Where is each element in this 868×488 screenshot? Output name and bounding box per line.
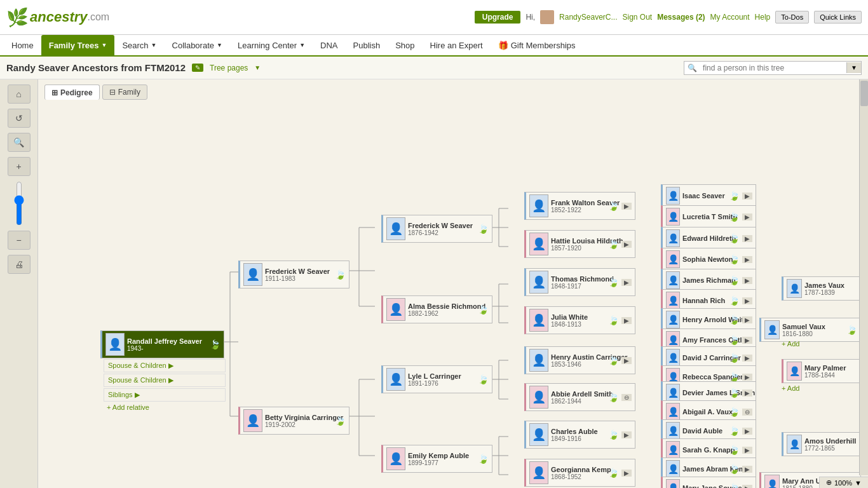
home-tool-button[interactable]: ⌂: [8, 85, 31, 104]
expand-sophia[interactable]: ▶: [742, 256, 752, 263]
expand-rebecca[interactable]: ▶: [742, 374, 752, 381]
tab-family[interactable]: ⊟ Family: [102, 85, 147, 100]
spouse-children-link-1[interactable]: Spouse & Children ▶: [104, 359, 226, 372]
person-georgianna[interactable]: 👤 Georgianna Kemp 1868-1952 🍃 ▶: [524, 459, 635, 487]
person-amos[interactable]: 👤 Amos Underhill 1772-1865 🍃: [782, 432, 868, 456]
person-alma[interactable]: 👤 Alma Bessie Richmond 1882-1962 🍃: [381, 295, 492, 323]
expand-abbie[interactable]: ⊖: [621, 394, 632, 401]
zoom-in-button[interactable]: +: [8, 157, 31, 176]
username-link[interactable]: RandySeaverC...: [559, 13, 617, 22]
leaf-icon-randall: 🍃: [210, 339, 220, 349]
person-henry-austin[interactable]: 👤 Henry Austin Carringer 1853-1946 🍃 ▶: [524, 346, 635, 374]
search-tree-dropdown[interactable]: ▼: [846, 62, 861, 73]
expand-mary-jane[interactable]: ▶: [742, 485, 752, 489]
person-james-rich[interactable]: 👤 James Richman 🍃 ▶: [661, 269, 756, 292]
tab-pedigree[interactable]: ⊞ Pedigree: [44, 85, 100, 100]
person-henry-arnold[interactable]: 👤 Henry Arnold White 🍃 ▶: [661, 308, 756, 331]
nav-learning-center[interactable]: Learning Center ▼: [230, 35, 313, 55]
person-thomas[interactable]: 👤 Thomas Richmond 1848-1917 🍃 ▶: [524, 268, 635, 296]
nav-search[interactable]: Search ▼: [114, 35, 164, 55]
expand-david-c[interactable]: ▶: [742, 355, 752, 362]
zoom-slider[interactable]: [14, 181, 24, 226]
expand-lucretia[interactable]: ▶: [742, 214, 752, 220]
person-frank[interactable]: 👤 Frank Walton Seaver 1852-1922 🍃 ▶: [524, 192, 635, 220]
person-isaac[interactable]: 👤 Isaac Seaver 🍃 ▶: [661, 184, 756, 207]
person-abbie[interactable]: 👤 Abbie Ardell Smith 1862-1944 🍃 ⊖: [524, 383, 635, 411]
leaf-david-c: 🍃: [729, 353, 740, 363]
person-mary-jane[interactable]: 👤 Mary Jane Sovereen 🍃 ▶: [661, 477, 756, 488]
nav-hire-expert[interactable]: Hire an Expert: [423, 35, 491, 55]
avatar-fws1: 👤: [386, 217, 405, 240]
expand-henry-arnold[interactable]: ▶: [742, 316, 752, 323]
expand-frank[interactable]: ▶: [621, 203, 632, 210]
add-vaux-parent-1[interactable]: + Add: [782, 340, 799, 348]
nav-publish[interactable]: Publish: [346, 35, 388, 55]
scrollbar-track[interactable]: [859, 79, 868, 475]
name-james-vaux: James Vaux: [804, 281, 866, 289]
name-amy: Amy Frances Oatley: [682, 336, 726, 344]
search-tool-button[interactable]: 🔍: [8, 133, 31, 152]
leaf-david-a: 🍃: [729, 426, 740, 436]
dates-amos: 1772-1865: [804, 445, 866, 452]
person-sophia[interactable]: 👤 Sophia Newton 🍃 ▶: [661, 248, 756, 271]
expand-hannah-rich[interactable]: ▶: [742, 297, 752, 304]
expand-james-k[interactable]: ▶: [742, 466, 752, 473]
my-account-link[interactable]: My Account: [710, 13, 750, 22]
avatar-abbie: 👤: [529, 386, 548, 409]
refresh-tool-button[interactable]: ↺: [8, 109, 31, 128]
avatar-samuel-vaux: 👤: [764, 320, 780, 339]
person-edward[interactable]: 👤 Edward Hildreth 🍃 ▶: [661, 227, 756, 250]
expand-devier[interactable]: ▶: [742, 390, 752, 396]
zoom-out-button[interactable]: −: [8, 231, 31, 250]
expand-james-rich[interactable]: ▶: [742, 277, 752, 284]
sign-out-link[interactable]: Sign Out: [623, 13, 653, 22]
expand-thomas[interactable]: ▶: [621, 279, 632, 286]
upgrade-button[interactable]: Upgrade: [475, 11, 521, 24]
tree-edit-icon[interactable]: ✎: [192, 64, 203, 72]
expand-henry-austin[interactable]: ▶: [621, 357, 632, 364]
tree-area[interactable]: ⊞ Pedigree ⊟ Family: [38, 79, 868, 488]
expand-amy[interactable]: ▶: [742, 337, 752, 344]
add-vaux-parent-2[interactable]: + Add: [782, 384, 799, 392]
person-lyle[interactable]: 👤 Lyle L Carringer 1891-1976 🍃: [381, 365, 492, 393]
print-button[interactable]: 🖨: [8, 255, 31, 274]
person-lucretia[interactable]: 👤 Lucretia T Smith 🍃 ▶: [661, 205, 756, 228]
person-samuel-vaux[interactable]: 👤 Samuel Vaux 1816-1880 🍃: [759, 318, 861, 342]
messages-link[interactable]: Messages (2): [657, 13, 705, 22]
nav-shop[interactable]: Shop: [388, 35, 422, 55]
expand-georgianna[interactable]: ▶: [621, 470, 632, 477]
nav-collaborate[interactable]: Collaborate ▼: [165, 35, 230, 55]
expand-hattie[interactable]: ▶: [621, 241, 632, 248]
siblings-link[interactable]: Siblings ▶: [104, 388, 226, 402]
nav-gift[interactable]: 🎁 Gift Memberships: [491, 35, 583, 55]
person-hattie[interactable]: 👤 Hattie Louisa Hildreth 1857-1920 🍃 ▶: [524, 230, 635, 258]
person-charles[interactable]: 👤 Charles Auble 1849-1916 🍃 ▶: [524, 421, 635, 449]
tree-pages-link[interactable]: Tree pages: [210, 64, 248, 72]
person-randall[interactable]: 👤 Randall Jeffrey Seaver 1943- 🍃: [100, 330, 224, 358]
nav-home[interactable]: Home: [4, 35, 41, 55]
expand-isaac[interactable]: ▶: [742, 193, 752, 200]
person-frederick-w2[interactable]: 👤 Frederick W Seaver 1911-1983 🍃: [238, 261, 349, 288]
expand-edward[interactable]: ▶: [742, 235, 752, 242]
person-mary-palmer[interactable]: 👤 Mary Palmer 1788-1844 🍃: [782, 359, 868, 383]
todos-button[interactable]: To-Dos: [775, 11, 809, 24]
person-julia[interactable]: 👤 Julia White 1848-1913 🍃 ▶: [524, 306, 635, 334]
dates-frank: 1852-1922: [551, 207, 606, 214]
search-tree-input[interactable]: [700, 62, 846, 74]
person-james-vaux[interactable]: 👤 James Vaux 1787-1839 🍃: [782, 276, 868, 301]
scrollbar-thumb[interactable]: [860, 81, 868, 106]
expand-abigail[interactable]: ⊖: [742, 409, 752, 416]
nav-dna[interactable]: DNA: [313, 35, 345, 55]
expand-charles[interactable]: ▶: [621, 431, 632, 438]
person-betty[interactable]: 👤 Betty Virginia Carringer 1919-2002 🍃: [238, 407, 349, 435]
expand-sarah[interactable]: ▶: [742, 447, 752, 454]
expand-david-a[interactable]: ▶: [742, 428, 752, 435]
person-emily[interactable]: 👤 Emily Kemp Auble 1899-1977 🍃: [381, 445, 492, 473]
help-link[interactable]: Help: [755, 13, 771, 22]
nav-family-trees[interactable]: Family Trees ▼: [41, 35, 115, 55]
quicklinks-button[interactable]: Quick Links: [814, 11, 862, 24]
expand-julia[interactable]: ▶: [621, 317, 632, 324]
person-fws1[interactable]: 👤 Frederick W Seaver 1876-1942 🍃: [381, 215, 492, 243]
spouse-children-link-2[interactable]: Spouse & Children ▶: [104, 374, 226, 387]
add-relative-link[interactable]: + Add relative: [107, 403, 149, 411]
